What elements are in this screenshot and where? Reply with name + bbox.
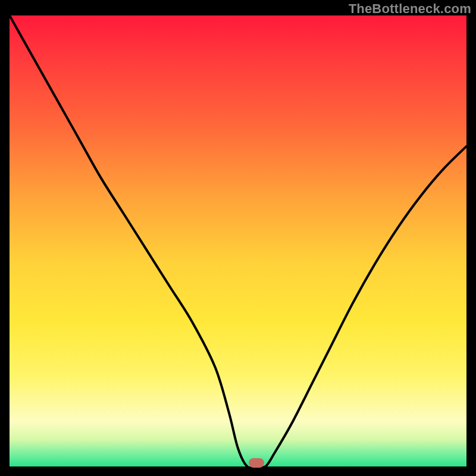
optimum-marker [249, 458, 264, 468]
plot-area [10, 15, 466, 466]
watermark-text: TheBottleneck.com [349, 1, 471, 17]
curve-layer [10, 15, 466, 466]
bottleneck-curve [10, 15, 466, 466]
chart-frame: TheBottleneck.com [0, 0, 476, 476]
